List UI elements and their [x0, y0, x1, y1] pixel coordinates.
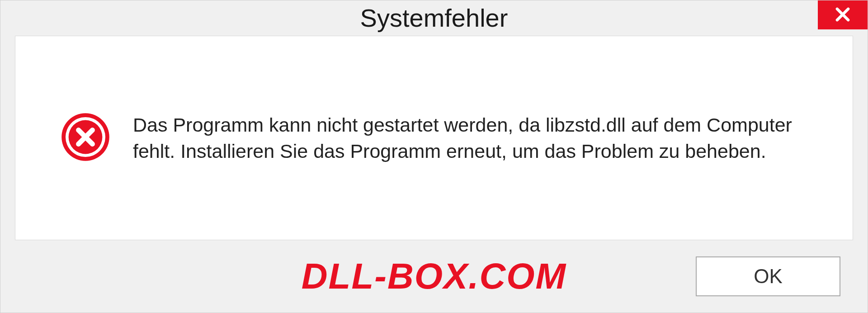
content-box: Das Programm kann nicht gestartet werden… — [15, 36, 853, 240]
dialog-title: Systemfehler — [360, 3, 508, 33]
close-icon — [833, 5, 852, 25]
ok-button[interactable]: OK — [696, 256, 840, 296]
error-icon — [61, 112, 110, 164]
watermark-text: DLL-BOX.COM — [302, 256, 566, 297]
close-button[interactable] — [818, 0, 868, 29]
dialog-footer: DLL-BOX.COM OK — [0, 240, 868, 313]
error-message: Das Programm kann nicht gestartet werden… — [133, 112, 826, 164]
titlebar: Systemfehler — [0, 0, 868, 36]
error-dialog: Systemfehler Das Programm kann nicht ges… — [0, 0, 868, 313]
